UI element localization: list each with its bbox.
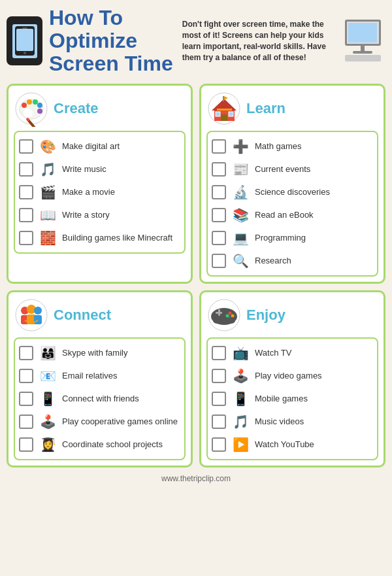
palette-icon (14, 91, 50, 127)
checkbox[interactable] (212, 231, 226, 245)
checkbox[interactable] (19, 392, 33, 406)
header: How To Optimize Screen Time Don't fight … (7, 7, 385, 76)
checkbox[interactable] (19, 346, 33, 360)
checkbox[interactable] (19, 139, 33, 154)
list-item: ▶️ Watch YouTube (212, 435, 373, 454)
footer-url: www.thetripclip.com (161, 474, 231, 483)
checkbox[interactable] (212, 185, 226, 199)
list-item: 📰 Current events (212, 160, 373, 178)
youtube-icon: ▶️ (230, 435, 251, 454)
list-item: 🔍 Research (212, 252, 373, 270)
checkbox[interactable] (19, 162, 33, 177)
svg-rect-17 (221, 114, 227, 121)
section-enjoy: Enjoy 📺 Watch TV 🕹️ Play video games 📱 M… (199, 290, 385, 467)
svg-point-39 (227, 317, 235, 324)
checkbox[interactable] (19, 437, 33, 452)
checkbox[interactable] (212, 415, 226, 429)
item-label: Email relatives (62, 371, 118, 381)
list-item: 👩‍🎓 Coordinate school projects (19, 435, 180, 454)
checkbox[interactable] (212, 437, 226, 452)
checkbox[interactable] (19, 208, 33, 222)
computer-icon (340, 20, 385, 62)
checkbox[interactable] (19, 185, 33, 199)
coop-games-icon: 🕹️ (37, 413, 58, 431)
item-label: Play video games (255, 371, 322, 381)
svg-point-35 (231, 314, 235, 317)
header-description: Don't fight over screen time, make the m… (182, 19, 335, 63)
main-grid: Create 🎨 Make digital art 🎵 Write music … (7, 84, 385, 467)
svg-point-28 (34, 307, 42, 314)
research-icon: 🔍 (230, 252, 251, 270)
email-icon: 📧 (37, 367, 58, 385)
item-label: Read an eBook (255, 210, 314, 220)
skype-icon: 👨‍👩‍👧 (37, 344, 58, 362)
mobile-games-icon: 📱 (230, 390, 251, 408)
checkbox[interactable] (212, 392, 226, 406)
school-icon (206, 91, 242, 127)
ebook-icon: 📚 (230, 206, 251, 224)
item-label: Building games like Minecraft (62, 233, 172, 243)
checkbox[interactable] (19, 415, 33, 429)
news-icon: 📰 (230, 160, 251, 178)
svg-point-38 (213, 317, 221, 324)
connect-checklist: 👨‍👩‍👧 Skype with family 📧 Email relative… (14, 337, 186, 460)
list-item: 👨‍👩‍👧 Skype with family (19, 344, 180, 362)
story-icon: 📖 (37, 206, 58, 224)
checkbox[interactable] (212, 346, 226, 360)
create-checklist: 🎨 Make digital art 🎵 Write music 🎬 Make … (14, 131, 186, 254)
section-learn: Learn ➕ Math games 📰 Current events 🔬 Sc… (199, 84, 385, 284)
tv-icon: 📺 (230, 344, 251, 362)
svg-point-11 (24, 109, 33, 118)
learn-title: Learn (246, 100, 286, 117)
svg-point-10 (37, 109, 42, 114)
checkbox[interactable] (212, 369, 226, 383)
list-item: 🎬 Make a movie (19, 183, 180, 201)
checkbox[interactable] (212, 162, 226, 177)
svg-rect-18 (216, 112, 220, 116)
create-header: Create (14, 91, 186, 127)
item-label: Make digital art (62, 141, 120, 152)
music-icon: 🎵 (37, 160, 58, 178)
create-title: Create (54, 100, 98, 117)
science-icon: 🔬 (230, 183, 251, 201)
connect-header: Connect (14, 297, 186, 333)
main-title: How To Optimize Screen Time (49, 7, 173, 76)
item-label: Programming (255, 233, 306, 243)
minecraft-icon: 🧱 (37, 229, 58, 247)
header-title: How To Optimize Screen Time (49, 7, 173, 76)
friends-icon: 📱 (37, 390, 58, 408)
checkbox[interactable] (212, 208, 226, 222)
enjoy-header: Enjoy (206, 297, 378, 333)
svg-rect-20 (223, 96, 224, 101)
item-label: Write music (62, 164, 106, 175)
learn-checklist: ➕ Math games 📰 Current events 🔬 Science … (206, 131, 378, 277)
svg-point-34 (229, 311, 232, 314)
list-item: 🔬 Science discoveries (212, 183, 373, 201)
list-item: 🧱 Building games like Minecraft (19, 229, 180, 247)
list-item: 🕹️ Play video games (212, 367, 373, 385)
checkbox[interactable] (212, 139, 226, 154)
svg-rect-33 (218, 309, 220, 316)
item-label: Play cooperative games online (62, 416, 178, 427)
svg-point-6 (22, 103, 27, 108)
digital-art-icon: 🎨 (37, 137, 58, 156)
item-label: Research (255, 256, 291, 266)
enjoy-title: Enjoy (246, 307, 286, 324)
list-item: 🎵 Write music (19, 160, 180, 178)
programming-icon: 💻 (230, 229, 251, 247)
item-label: Write a story (62, 210, 110, 220)
section-create: Create 🎨 Make digital art 🎵 Write music … (7, 84, 193, 284)
svg-point-8 (33, 99, 38, 105)
movie-icon: 🎬 (37, 183, 58, 201)
checkbox[interactable] (212, 254, 226, 268)
video-games-icon: 🕹️ (230, 367, 251, 385)
footer: www.thetripclip.com (7, 474, 385, 483)
checkbox[interactable] (19, 369, 33, 383)
svg-rect-3 (22, 27, 27, 29)
item-label: Mobile games (255, 394, 308, 404)
svg-point-36 (226, 314, 229, 317)
checkbox[interactable] (19, 231, 33, 245)
item-label: Current events (255, 164, 310, 175)
item-label: Science discoveries (255, 187, 330, 197)
item-label: Connect with friends (62, 394, 139, 404)
